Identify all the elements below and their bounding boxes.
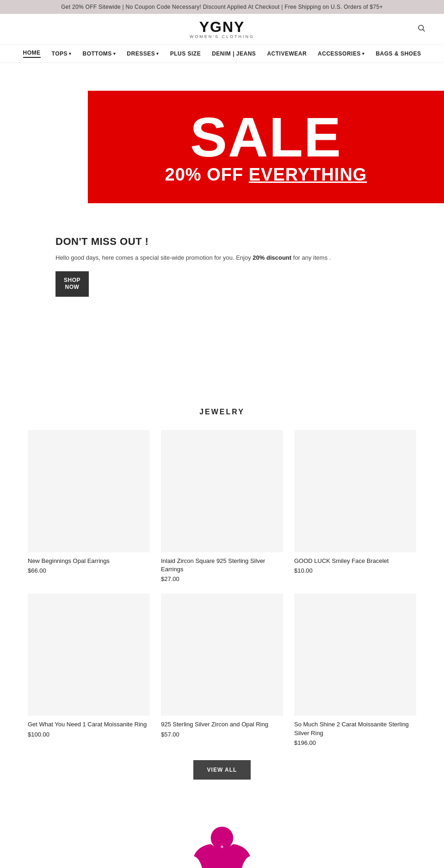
site-header: YGNY WOMEN'S CLOTHING [0,14,444,45]
product-card-2[interactable]: GOOD LUCK Smiley Face Bracelet $10.00 [294,430,416,582]
dress-preview [171,821,273,868]
hero-sub-text: 20% OFF EVERYTHING [165,165,367,185]
nav-bottoms[interactable]: BOTTOMS ▾ [83,50,116,57]
chevron-down-icon: ▾ [113,51,116,56]
nav-plus-size[interactable]: PLUS SIZE [170,50,201,57]
product-image-5 [294,593,416,716]
svg-line-1 [423,30,425,31]
nav-bags-shoes[interactable]: BAGS & SHOES [376,50,421,57]
main-nav: HOME TOPS ▾ BOTTOMS ▾ DRESSES ▾ PLUS SIZ… [0,45,444,63]
product-name-2: GOOD LUCK Smiley Face Bracelet [294,557,416,565]
svg-point-3 [221,845,223,848]
product-image-3 [28,593,150,716]
jewelry-section-title: JEWELRY [28,408,416,416]
view-all-container: VIEW ALL [28,760,416,780]
product-price-5: $196.00 [294,739,416,746]
svg-point-0 [419,25,424,31]
announcement-text: Get 20% OFF Sitewide | No Coupon Code Ne… [61,4,383,10]
bottom-preview [0,812,444,868]
promo-section: DON'T MISS OUT ! Hello good days, here c… [0,226,444,306]
product-card-4[interactable]: 925 Sterling Silver Zircon and Opal Ring… [161,593,283,746]
product-price-2: $10.00 [294,567,416,574]
promo-title: DON'T MISS OUT ! [56,236,388,248]
product-card-1[interactable]: Inlaid Zircon Square 925 Sterling Silver… [161,430,283,582]
product-image-0 [28,430,150,552]
nav-tops[interactable]: TOPS ▾ [52,50,72,57]
product-price-1: $27.00 [161,575,283,582]
brand-name: YGNY [190,19,254,34]
jewelry-product-grid: New Beginnings Opal Earrings $66.00 Inla… [28,430,416,746]
product-name-0: New Beginnings Opal Earrings [28,557,150,565]
nav-home[interactable]: HOME [23,50,41,58]
product-name-5: So Much Shine 2 Carat Moissanite Sterlin… [294,720,416,737]
chevron-down-icon: ▾ [69,51,72,56]
product-card-5[interactable]: So Much Shine 2 Carat Moissanite Sterlin… [294,593,416,746]
product-name-4: 925 Sterling Silver Zircon and Opal Ring [161,720,283,729]
nav-denim[interactable]: DENIM | JEANS [212,50,256,57]
shop-now-button[interactable]: SHOPNOW [56,271,89,297]
spacer [0,306,444,352]
product-image-2 [294,430,416,552]
nav-dresses[interactable]: DRESSES ▾ [127,50,159,57]
product-card-0[interactable]: New Beginnings Opal Earrings $66.00 [28,430,150,582]
search-icon[interactable] [417,24,426,35]
product-name-1: Inlaid Zircon Square 925 Sterling Silver… [161,557,283,574]
product-price-4: $57.00 [161,731,283,738]
product-price-3: $100.00 [28,731,150,738]
chevron-down-icon: ▾ [362,51,365,56]
product-image-4 [161,593,283,716]
promo-body: Hello good days, here comes a special si… [56,253,388,263]
product-price-0: $66.00 [28,567,150,574]
nav-accessories[interactable]: ACCESSORIES ▾ [318,50,364,57]
view-all-button[interactable]: VIEW ALL [193,760,251,780]
announcement-bar: Get 20% OFF Sitewide | No Coupon Code Ne… [0,0,444,14]
product-name-3: Get What You Need 1 Carat Moissanite Rin… [28,720,150,729]
nav-activewear[interactable]: ACTIVEWEAR [267,50,307,57]
logo[interactable]: YGNY WOMEN'S CLOTHING [190,19,254,39]
dress-image [180,826,264,868]
chevron-down-icon: ▾ [156,51,159,56]
product-card-3[interactable]: Get What You Need 1 Carat Moissanite Rin… [28,593,150,746]
product-image-1 [161,430,283,552]
brand-tagline: WOMEN'S CLOTHING [190,34,254,39]
jewelry-section: JEWELRY New Beginnings Opal Earrings $66… [0,389,444,812]
hero-banner: SALE 20% OFF EVERYTHING [88,91,444,203]
hero-sale-text: SALE [190,109,342,165]
